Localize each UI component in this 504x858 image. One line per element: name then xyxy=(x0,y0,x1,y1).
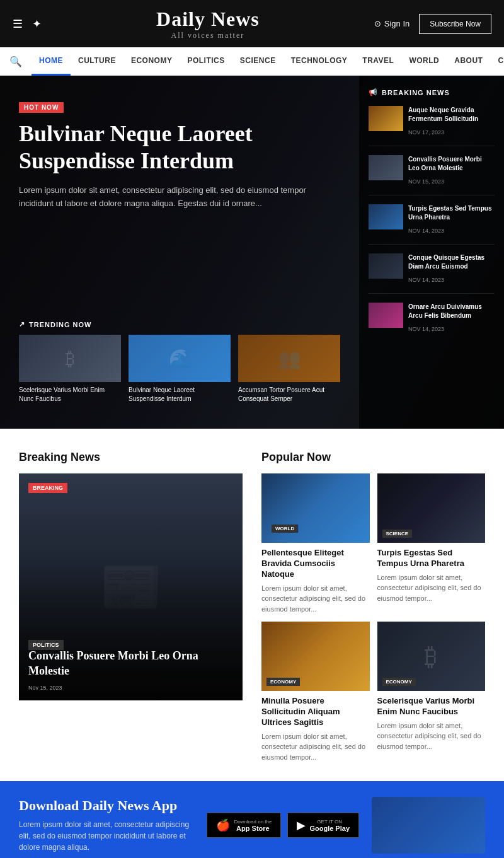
breaking-info: Conque Quisque Egestas Diam Arcu Euismod… xyxy=(408,253,495,284)
card-title: Minulla Posuere Sollicitudin Aliquam Ult… xyxy=(261,696,370,728)
nav-travel[interactable]: TRAVEL xyxy=(355,47,401,76)
two-column-section: Breaking News 📰 BREAKING POLITICS Conval… xyxy=(19,451,485,762)
sign-in-button[interactable]: ⊙ Sign In xyxy=(374,19,410,28)
popular-section: Popular Now TRAVEL WORLD Pellentesque El… xyxy=(261,451,485,762)
trending-label: ↗ TRENDING NOW xyxy=(19,320,340,328)
card-thumbnail: ₿ ECONOMY xyxy=(377,622,486,691)
app-buttons: 🍎 Download on the App Store ▶ GET IT ON … xyxy=(207,813,359,838)
breaking-item-title: Ornare Arcu Duivivamus Arcu Felis Bibend… xyxy=(408,303,495,320)
site-name: Daily News xyxy=(42,8,374,31)
subscribe-button[interactable]: Subscribe Now xyxy=(419,14,491,34)
nav-science[interactable]: SCIENCE xyxy=(232,47,284,76)
list-item[interactable]: Ornare Arcu Duivivamus Arcu Felis Bibend… xyxy=(369,303,495,342)
nav-links: HOME CULTURE ECONOMY POLITICS SCIENCE TE… xyxy=(32,47,504,76)
list-item[interactable]: TRAVEL WORLD Pellentesque Eliteget Bravi… xyxy=(261,473,370,614)
breaking-info: Convallis Posuere Morbi Leo Orna Molesti… xyxy=(408,155,495,186)
breaking-item-title: Convallis Posuere Morbi Leo Orna Molesti… xyxy=(408,155,495,173)
trending-section: ↗ TRENDING NOW ₿ Scelerisque Varius Morb… xyxy=(19,320,340,403)
menu-icon[interactable]: ☰ xyxy=(13,17,23,31)
header-left: ☰ ✦ xyxy=(13,17,42,31)
breaking-date: NOV 14, 2023 xyxy=(408,228,444,234)
nav-contact[interactable]: CONTACT xyxy=(490,47,504,76)
card-desc: Lorem ipsum dolor sit amet, consectetur … xyxy=(377,721,486,752)
hero-section: HOT NOW Bulvinar Neque Laoreet Suspendis… xyxy=(0,76,504,429)
google-play-sublabel: GET IT ON xyxy=(309,819,350,825)
hero-main: HOT NOW Bulvinar Neque Laoreet Suspendis… xyxy=(0,76,359,429)
megaphone-icon: 📢 xyxy=(369,88,378,96)
nav-politics[interactable]: POLITICS xyxy=(180,47,232,76)
popular-grid: TRAVEL WORLD Pellentesque Eliteget Bravi… xyxy=(261,473,485,762)
app-store-button[interactable]: 🍎 Download on the App Store xyxy=(207,813,281,838)
breaking-info: Ornare Arcu Duivivamus Arcu Felis Bibend… xyxy=(408,303,495,333)
site-tagline: All voices matter xyxy=(42,31,374,40)
header-right: ⊙ Sign In Subscribe Now xyxy=(374,14,491,34)
card-title: Turpis Egestas Sed Tempus Urna Pharetra xyxy=(377,548,486,569)
breaking-thumb xyxy=(369,106,403,131)
hero-title: Bulvinar Neque Laoreet Suspendisse Inter… xyxy=(19,120,340,175)
breaking-featured-card[interactable]: 📰 BREAKING POLITICS Convallis Posuere Mo… xyxy=(19,473,243,700)
breaking-news-label: 📢 BREAKING NEWS xyxy=(369,88,495,96)
main-content: Breaking News 📰 BREAKING POLITICS Conval… xyxy=(0,429,504,858)
list-item[interactable]: 🌊 Bulvinar Neque Laoreet Suspendisse Int… xyxy=(129,335,231,403)
hero-content: HOT NOW Bulvinar Neque Laoreet Suspendis… xyxy=(0,76,504,429)
card-title: Scelerisque Varius Morbi Enim Nunc Fauci… xyxy=(377,696,486,717)
app-store-name: App Store xyxy=(236,825,270,832)
trending-icon: ↗ xyxy=(19,320,25,328)
google-icon: ▶ xyxy=(297,818,306,832)
featured-title: Convallis Posuere Morbi Leo Orna Molesti… xyxy=(28,649,233,678)
breaking-thumb xyxy=(369,204,403,229)
card-thumbnail: TRAVEL WORLD xyxy=(261,473,370,543)
popular-heading: Popular Now xyxy=(261,451,485,464)
list-item[interactable]: Convallis Posuere Morbi Leo Orna Molesti… xyxy=(369,155,495,195)
card-desc: Lorem ipsum dolor sit amet, consectetur … xyxy=(261,583,370,615)
app-text: Download Daily News App Lorem ipsum dolo… xyxy=(19,797,194,853)
list-item[interactable]: SCIENCE Turpis Egestas Sed Tempus Urna P… xyxy=(377,473,486,614)
breaking-info: Turpis Egestas Sed Tempus Urna Pharetra … xyxy=(408,204,495,235)
trending-items: ₿ Scelerisque Varius Morbi Enim Nunc Fau… xyxy=(19,335,340,403)
breaking-item-title: Auque Neque Gravida Fermentum Sollicitud… xyxy=(408,106,495,124)
hot-badge: HOT NOW xyxy=(19,102,64,113)
economy-tag: ECONOMY xyxy=(266,678,300,686)
list-item[interactable]: ₿ Scelerisque Varius Morbi Enim Nunc Fau… xyxy=(19,335,121,403)
hero-sidebar: 📢 BREAKING NEWS Auque Neque Gravida Ferm… xyxy=(359,76,504,429)
google-play-name: Google Play xyxy=(309,825,350,832)
nav-economy[interactable]: ECONOMY xyxy=(123,47,180,76)
breaking-tag: BREAKING xyxy=(28,483,67,493)
breaking-thumb xyxy=(369,155,403,180)
list-item[interactable]: Auque Neque Gravida Fermentum Sollicitud… xyxy=(369,106,495,146)
trending-title: Scelerisque Varius Morbi Enim Nunc Fauci… xyxy=(19,386,121,403)
theme-toggle-icon[interactable]: ✦ xyxy=(32,17,42,31)
user-icon: ⊙ xyxy=(374,19,381,28)
nav-bar: 🔍 HOME CULTURE ECONOMY POLITICS SCIENCE … xyxy=(0,47,504,76)
breaking-thumb xyxy=(369,303,403,328)
breaking-date: NOV 14, 2023 xyxy=(408,326,444,332)
card-thumbnail: ECONOMY xyxy=(261,622,370,691)
science-tag: SCIENCE xyxy=(382,530,413,538)
search-icon[interactable]: 🔍 xyxy=(9,55,22,67)
app-banner: Download Daily News App Lorem ipsum dolo… xyxy=(0,781,504,858)
list-item[interactable]: Conque Quisque Egestas Diam Arcu Euismod… xyxy=(369,253,495,294)
trending-title: Bulvinar Neque Laoreet Suspendisse Inter… xyxy=(129,386,231,403)
top-header: ☰ ✦ Daily News All voices matter ⊙ Sign … xyxy=(0,0,504,47)
breaking-news-section: Breaking News 📰 BREAKING POLITICS Conval… xyxy=(19,451,243,762)
breaking-item-title: Turpis Egestas Sed Tempus Urna Pharetra xyxy=(408,204,495,222)
breaking-info: Auque Neque Gravida Fermentum Sollicitud… xyxy=(408,106,495,137)
site-title: Daily News All voices matter xyxy=(42,8,374,40)
breaking-thumb xyxy=(369,253,403,279)
card-desc: Lorem ipsum dolor sit amet, consectetur … xyxy=(377,572,486,604)
nav-technology[interactable]: TECHNOLOGY xyxy=(284,47,355,76)
breaking-date: NOV 15, 2023 xyxy=(408,178,444,185)
list-item[interactable]: 👥 Accumsan Tortor Posuere Acut Consequat… xyxy=(238,335,340,403)
app-preview-image xyxy=(372,797,485,854)
card-desc: Lorem ipsum dolor sit amet, consectetur … xyxy=(261,731,370,763)
list-item[interactable]: ₿ ECONOMY Scelerisque Varius Morbi Enim … xyxy=(377,622,486,762)
card-title: Pellentesque Eliteget Bravida Cumsociis … xyxy=(261,548,370,580)
list-item[interactable]: Turpis Egestas Sed Tempus Urna Pharetra … xyxy=(369,204,495,245)
nav-about[interactable]: ABOUT xyxy=(447,47,490,76)
google-play-button[interactable]: ▶ GET IT ON Google Play xyxy=(287,813,359,838)
nav-world[interactable]: WORLD xyxy=(401,47,447,76)
card-thumbnail: SCIENCE xyxy=(377,473,486,543)
nav-culture[interactable]: CULTURE xyxy=(71,47,123,76)
nav-home[interactable]: HOME xyxy=(32,47,71,76)
list-item[interactable]: ECONOMY Minulla Posuere Sollicitudin Ali… xyxy=(261,622,370,762)
